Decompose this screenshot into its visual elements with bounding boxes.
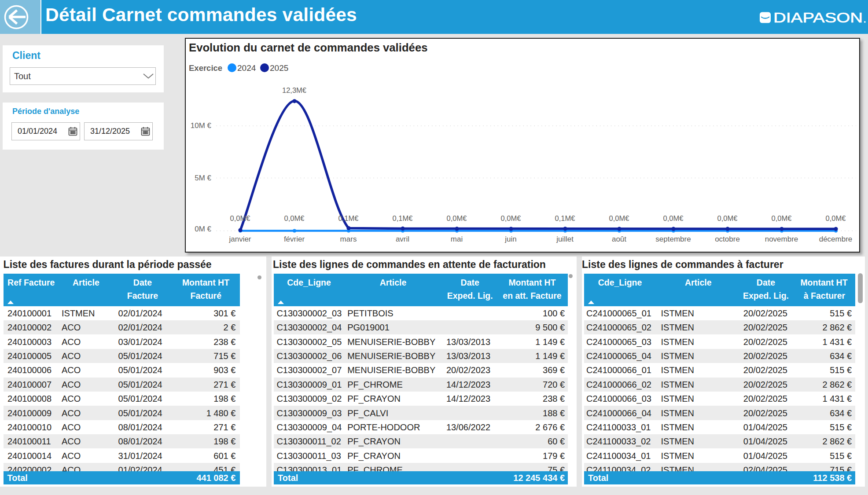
svg-text:DIAPASON: DIAPASON [773,11,863,25]
